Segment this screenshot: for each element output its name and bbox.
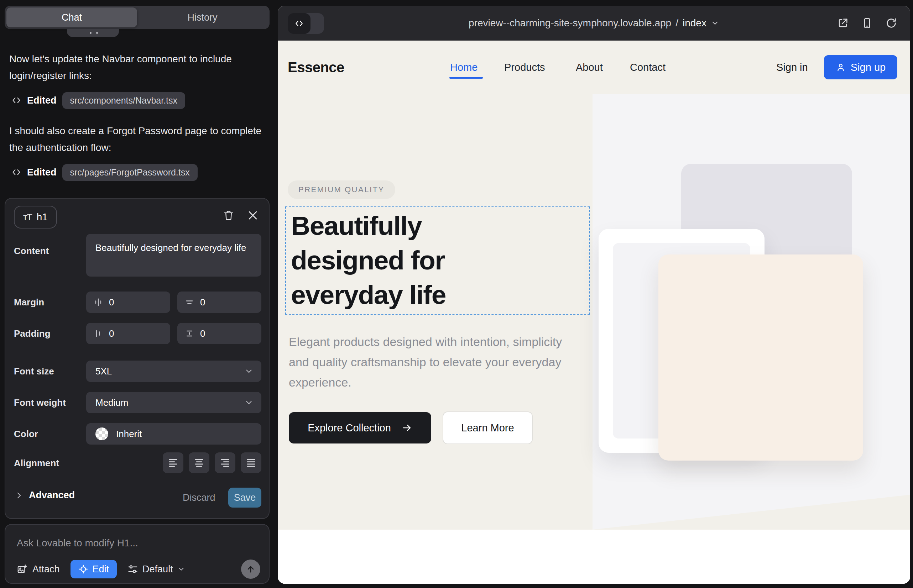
margin-label: Margin (14, 297, 44, 308)
file-pill[interactable]: src/components/Navbar.tsx (62, 92, 186, 109)
send-button[interactable] (241, 559, 260, 579)
lovable-editor-window: Chat History Now let's update the Navbar… (0, 0, 913, 588)
h1-selection-outline[interactable]: Beautifully designed for everyday life (285, 207, 590, 315)
font-weight-label: Font weight (14, 397, 66, 408)
margin-y-value: 0 (200, 297, 205, 308)
sign-up-button[interactable]: Sign up (824, 55, 897, 79)
chevron-right-icon (15, 491, 23, 500)
file-pill[interactable]: src/pages/ForgotPassword.tsx (62, 164, 197, 181)
alignment-label: Alignment (14, 458, 59, 469)
color-select[interactable]: Inherit (86, 423, 261, 444)
color-swatch (96, 428, 108, 440)
chevron-down-icon (244, 398, 254, 407)
align-left-button[interactable] (163, 452, 183, 473)
margin-x-input[interactable]: 0 (86, 291, 170, 313)
element-editor-panel: тT h1 Content Beautifully designed for e… (5, 198, 270, 519)
close-panel-button[interactable] (247, 209, 259, 221)
sign-in-link[interactable]: Sign in (776, 40, 808, 94)
target-icon (78, 564, 88, 574)
align-center-button[interactable] (189, 452, 209, 473)
composer-input[interactable]: Ask Lovable to modify H1... (17, 538, 138, 549)
arrow-up-icon (246, 564, 256, 574)
selected-element-tag: тT h1 (14, 206, 57, 228)
align-justify-button[interactable] (241, 452, 261, 473)
image-plus-icon (17, 564, 28, 575)
mode-label: Default (142, 564, 173, 575)
save-button[interactable]: Save (228, 488, 261, 507)
open-in-new-tab-button[interactable] (837, 17, 849, 29)
active-nav-underline (449, 77, 483, 79)
site-navbar: Essence Home Products About Contact Sign… (278, 40, 910, 94)
margin-y-input[interactable]: 0 (177, 291, 261, 313)
delete-element-button[interactable] (223, 209, 235, 221)
chat-message: Now let's update the Navbar component to… (9, 50, 263, 84)
nav-link-home[interactable]: Home (450, 40, 478, 94)
nav-link-products[interactable]: Products (504, 40, 545, 94)
decorative-card-cream (659, 255, 863, 460)
nav-link-contact[interactable]: Contact (630, 40, 665, 94)
preview-site: Essence Home Products About Contact Sign… (278, 40, 910, 584)
url-bar[interactable]: preview--charming-site-symphony.lovable.… (278, 6, 910, 40)
mode-select[interactable]: Default (128, 564, 185, 575)
chat-message: I should also create a Forgot Password p… (9, 123, 263, 156)
url-separator: / (675, 18, 678, 29)
edit-label: Edit (92, 564, 109, 575)
hero-paragraph: Elegant products designed with intention… (289, 332, 574, 393)
margin-vertical-icon (185, 297, 194, 307)
hero-section: PREMIUM QUALITY Beautifully designed for… (278, 94, 910, 530)
attach-button[interactable]: Attach (17, 564, 60, 575)
padding-x-value: 0 (109, 328, 114, 339)
padding-x-input[interactable]: 0 (86, 323, 170, 344)
edited-label: Edited (27, 95, 57, 106)
refresh-button[interactable] (885, 17, 897, 29)
font-size-select[interactable]: 5XL (86, 360, 261, 382)
explore-collection-button[interactable]: Explore Collection (289, 412, 431, 444)
sliders-icon (128, 564, 138, 575)
attach-label: Attach (32, 564, 60, 575)
sign-up-label: Sign up (851, 61, 885, 73)
chevron-down-icon (244, 367, 254, 376)
edited-label: Edited (27, 167, 57, 178)
edited-file-row: Edited src/components/Navbar.tsx (11, 92, 185, 109)
typography-icon: тT (23, 212, 32, 223)
align-right-button[interactable] (215, 452, 235, 473)
discard-button[interactable]: Discard (183, 488, 215, 507)
site-logo[interactable]: Essence (288, 40, 344, 94)
advanced-label: Advanced (29, 490, 75, 501)
site-footer-section (278, 530, 910, 584)
chat-scrolled-pill (67, 29, 119, 37)
margin-horizontal-icon (93, 297, 103, 307)
code-icon (11, 95, 21, 105)
mobile-view-button[interactable] (861, 17, 873, 29)
decorative-wedge (592, 495, 910, 530)
browser-chrome: preview--charming-site-symphony.lovable.… (278, 6, 910, 40)
nav-link-about[interactable]: About (576, 40, 603, 94)
padding-vertical-icon (185, 328, 194, 339)
learn-more-button[interactable]: Learn More (443, 412, 533, 444)
sidebar-tabbar: Chat History (5, 6, 270, 29)
padding-horizontal-icon (93, 328, 103, 339)
color-label: Color (14, 428, 38, 439)
explore-collection-label: Explore Collection (308, 422, 391, 434)
url-path: index (683, 18, 706, 29)
composer-toolbar: Attach Edit Default (17, 559, 260, 579)
element-tag-name: h1 (37, 212, 48, 223)
margin-x-value: 0 (109, 297, 114, 308)
font-weight-select[interactable]: Medium (86, 392, 261, 413)
tab-history[interactable]: History (137, 8, 268, 27)
content-input[interactable]: Beautifully designed for everyday life (86, 234, 261, 276)
font-weight-value: Medium (96, 397, 128, 408)
padding-y-input[interactable]: 0 (177, 323, 261, 344)
advanced-toggle[interactable]: Advanced (15, 490, 75, 501)
arrow-right-icon (401, 423, 412, 433)
padding-label: Padding (14, 328, 50, 339)
preview-browser-panel: preview--charming-site-symphony.lovable.… (278, 6, 910, 584)
font-size-value: 5XL (96, 366, 112, 377)
color-value: Inherit (116, 428, 142, 439)
tab-chat[interactable]: Chat (6, 8, 137, 27)
chat-composer: Ask Lovable to modify H1... Attach Edit … (5, 524, 270, 584)
user-icon (836, 62, 846, 72)
hero-heading[interactable]: Beautifully designed for everyday life (291, 208, 540, 312)
edit-mode-button[interactable]: Edit (71, 560, 117, 578)
chevron-down-icon (711, 19, 719, 27)
